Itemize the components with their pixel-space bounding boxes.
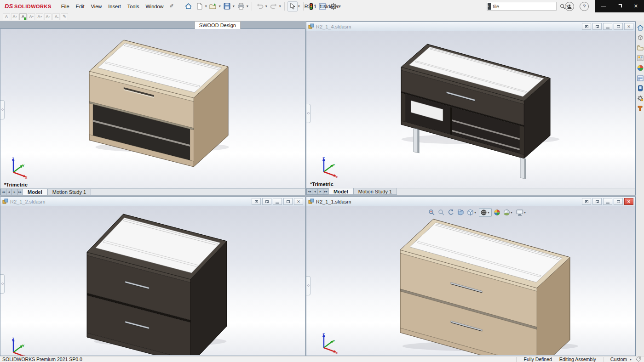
help-icon[interactable]: ? (580, 2, 589, 11)
swood-tools-icon[interactable] (637, 105, 644, 112)
menu-insert[interactable]: Insert (105, 2, 124, 11)
undo-icon[interactable] (255, 1, 265, 11)
child-close-button[interactable]: ✕ (624, 198, 633, 205)
view-palette-icon[interactable] (637, 54, 644, 62)
select-arrow-icon[interactable] (288, 1, 298, 11)
evaluate-list-icon[interactable] (317, 1, 328, 11)
svg-text:X: X (335, 175, 338, 178)
tab-swood-design[interactable]: SWOOD Design (195, 21, 241, 29)
redo-icon[interactable] (269, 1, 279, 11)
minimize-button[interactable] (595, 0, 611, 12)
child-restore-button[interactable] (614, 23, 623, 30)
restore-button[interactable] (611, 0, 627, 12)
feature-pane-splitter[interactable] (306, 104, 310, 123)
print-icon[interactable] (236, 1, 246, 11)
menu-tools[interactable]: Tools (124, 2, 143, 11)
annotation-tool-icon-4: A• (28, 13, 35, 20)
close-button[interactable]: ✕ (628, 0, 644, 12)
apply-scene-caret-icon[interactable]: ▾ (511, 210, 512, 215)
display-style-caret-icon[interactable]: ▾ (488, 210, 489, 215)
product-version-label: SOLIDWORKS Premium 2021 SP0.0 (0, 356, 512, 362)
solidworks-logo: DS SOLIDWORKS (5, 3, 52, 10)
display-style-icon[interactable]: ▾ (479, 208, 492, 217)
child-minimize-button[interactable] (603, 23, 612, 30)
appearances-scenes-icon[interactable] (637, 64, 644, 72)
annotation-tool-icon-8: ✎ (61, 13, 68, 20)
newwindow-button[interactable] (582, 198, 591, 205)
redo-caret-icon: ▾ (279, 4, 281, 8)
view-orientation-icon[interactable]: ▾ (466, 209, 478, 216)
view-settings-icon[interactable]: ▾ (515, 209, 528, 216)
annotation-tool-icon-3[interactable]: A (19, 13, 27, 20)
solidworks-forum-icon[interactable] (637, 85, 644, 92)
open-icon[interactable] (208, 1, 218, 11)
solidworks-logo-text: SOLIDWORKS (14, 4, 52, 9)
window-title: R2_1_1.sldasm (316, 199, 351, 204)
save-caret-icon[interactable]: ▾ (233, 4, 235, 8)
menu-view[interactable]: View (88, 2, 105, 11)
graphics-area-bottom-right[interactable]: ▾ ▾ ▾ ▾ ZYX (306, 206, 635, 356)
motion-study-tab[interactable]: Motion Study 1 (353, 188, 397, 195)
resources-home-icon[interactable] (637, 24, 644, 31)
save-icon[interactable] (222, 1, 232, 11)
window-titlebar-r2-1-4[interactable]: R2_1_4.sldasm ✕ (306, 22, 635, 31)
graphics-area-top-right[interactable]: ZYX *Trimetric (306, 31, 635, 188)
user-account-icon[interactable] (565, 2, 574, 11)
new-document-icon[interactable] (195, 1, 205, 11)
zoom-to-area-icon[interactable] (437, 209, 446, 216)
unit-system-caret-icon[interactable]: ▾ (630, 357, 632, 362)
pin-menu-icon[interactable]: ✐ (170, 3, 174, 9)
options-caret-icon[interactable]: ▾ (339, 4, 341, 8)
previous-view-icon[interactable] (447, 209, 455, 216)
options-gear-icon[interactable] (328, 1, 339, 11)
menu-window[interactable]: Window (142, 2, 167, 11)
newwindow-button[interactable] (582, 23, 591, 30)
design-library-icon[interactable] (637, 34, 644, 41)
swood-settings-icon[interactable] (637, 95, 644, 102)
feature-pane-splitter[interactable] (306, 276, 310, 295)
feature-pane-splitter[interactable] (0, 274, 5, 294)
tile-button[interactable] (592, 198, 602, 205)
print-caret-icon[interactable]: ▾ (247, 4, 248, 8)
tag-icon[interactable] (635, 356, 641, 362)
new-document-caret-icon[interactable]: ▾ (205, 4, 207, 8)
child-close-button[interactable]: ✕ (624, 23, 633, 30)
child-restore-button[interactable] (614, 198, 623, 205)
graphics-area-top-left[interactable]: ZYX *Trimetric (0, 29, 305, 188)
hide-show-items-icon[interactable] (493, 209, 501, 216)
apply-scene-icon[interactable]: ▾ (502, 209, 514, 216)
tile-button[interactable] (592, 23, 602, 30)
orientation-triad: ZYX (8, 336, 30, 356)
newwindow-button[interactable] (252, 198, 261, 205)
model-tab[interactable]: Model (328, 188, 353, 195)
assembly-doc-icon (308, 198, 314, 204)
window-titlebar-r2-1-2[interactable]: R2_1_2.sldasm ✕ (0, 197, 305, 206)
menu-edit[interactable]: Edit (73, 2, 88, 11)
motion-study-tab[interactable]: Motion Study 1 (47, 189, 91, 195)
zoom-to-fit-icon[interactable] (427, 209, 436, 216)
file-explorer-icon[interactable] (637, 44, 644, 51)
child-minimize-button[interactable] (273, 198, 282, 205)
feature-pane-splitter[interactable] (0, 100, 5, 119)
view-orientation-caret-icon[interactable]: ▾ (474, 210, 476, 215)
window-titlebar-r2-1-1[interactable]: R2_1_1.sldasm ✕ (306, 197, 635, 206)
annotation-tool-icon-6: A▫ (44, 13, 52, 20)
open-caret-icon[interactable]: ▾ (219, 4, 221, 8)
child-close-button[interactable]: ✕ (294, 198, 303, 205)
tile-button[interactable] (262, 198, 271, 205)
child-minimize-button[interactable] (603, 198, 612, 205)
menu-file[interactable]: File (58, 2, 73, 11)
custom-properties-icon[interactable] (637, 74, 644, 82)
home-icon[interactable] (184, 1, 194, 11)
graphics-area-bottom-left[interactable]: ZYX (0, 206, 305, 356)
model-tab[interactable]: Model (23, 189, 47, 195)
child-restore-button[interactable] (283, 198, 293, 205)
view-settings-caret-icon[interactable]: ▾ (524, 210, 526, 215)
section-view-icon[interactable] (456, 209, 465, 216)
search-input[interactable] (491, 4, 560, 9)
rebuild-traffic-light-icon[interactable] (306, 1, 316, 11)
select-caret-icon[interactable]: ▾ (298, 4, 300, 8)
search-box[interactable]: ›_ ▾ (487, 2, 557, 11)
unit-system-selector[interactable]: Custom (608, 356, 630, 362)
heads-up-view-toolbar: ▾ ▾ ▾ ▾ (427, 208, 528, 217)
